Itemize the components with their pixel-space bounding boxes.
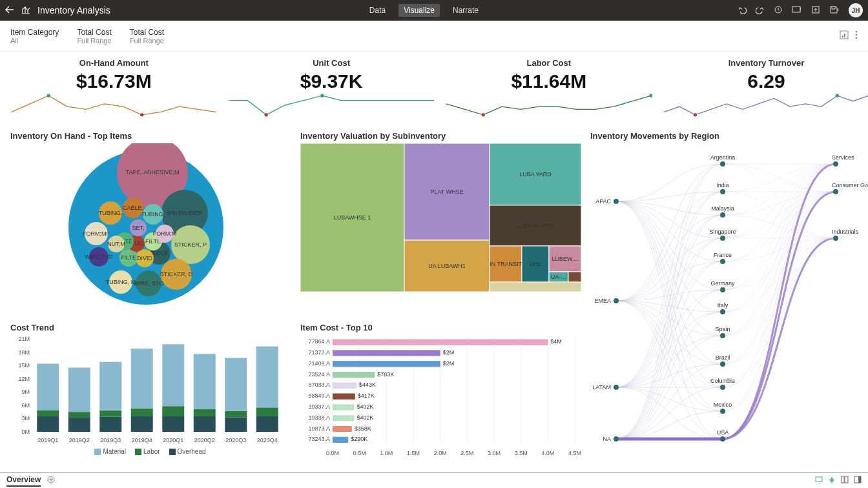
svg-rect-154 [256,346,278,407]
kpi-turnover[interactable]: Inventory Turnover 6.29 [663,58,868,126]
redo-icon[interactable] [756,5,765,16]
back-icon[interactable] [5,5,14,16]
spark-labor [445,94,652,117]
svg-text:19337.A: 19337.A [308,403,330,410]
svg-text:UA-…: UA-… [551,274,567,280]
svg-text:2020Q4: 2020Q4 [257,437,278,443]
chart-packed-bubble[interactable]: Inventory On Hand - Top Items TAPE, ADHE… [10,131,290,317]
add-canvas-icon[interactable] [47,476,55,485]
svg-text:DIVID: DIVID [137,255,153,261]
svg-rect-4 [842,36,843,37]
page-title: Inventory Analysis [37,5,110,15]
kpi-onhand[interactable]: On-Hand Amount $16.73M [10,58,218,126]
svg-point-112 [833,189,838,194]
svg-rect-144 [194,416,216,432]
filter-total-cost-2[interactable]: Total Cost Full Range [130,28,164,45]
svg-point-84 [614,436,619,442]
svg-point-7 [856,34,858,36]
svg-text:0M: 0M [21,429,30,435]
svg-text:FORM;M: FORM;M [153,230,177,237]
chart-network[interactable]: Inventory Movements by Region APACEMEALA… [590,131,868,470]
perf-icon[interactable] [828,476,836,485]
undo-icon[interactable] [738,5,747,16]
svg-text:Italy: Italy [718,302,728,309]
svg-text:WIRE, STO: WIRE, STO [134,280,164,287]
svg-point-13 [482,113,485,116]
svg-rect-201 [333,426,352,432]
svg-text:LUBEW…: LUBEW… [552,256,578,262]
mode-data[interactable]: Data [364,4,391,17]
canvas-footer: Overview [0,473,868,488]
svg-text:0.0M: 0.0M [326,450,339,456]
svg-text:$417K: $417K [358,392,375,399]
svg-text:9M: 9M [21,389,30,395]
svg-point-78 [614,199,619,204]
svg-text:3.5M: 3.5M [515,450,528,456]
svg-point-106 [720,409,725,414]
svg-rect-138 [131,349,153,409]
svg-text:77864.A: 77864.A [308,338,330,345]
mode-narrate[interactable]: Narrate [448,4,484,17]
svg-rect-145 [194,409,216,416]
svg-rect-125 [37,410,59,416]
svg-text:APAC: APAC [595,198,611,205]
view-icon[interactable] [792,5,802,16]
svg-rect-1 [792,6,800,12]
svg-rect-133 [99,411,121,417]
svg-rect-124 [37,416,59,432]
kpi-unitcost[interactable]: Unit Cost $9.37K [228,58,435,126]
auto-insights-icon[interactable] [840,30,849,41]
svg-rect-177 [333,339,548,345]
refresh-icon[interactable] [774,5,783,16]
user-avatar[interactable]: JH [849,3,863,17]
kpi-labor[interactable]: Labor Cost $11.64M [445,58,652,126]
svg-text:TUBING,: TUBING, [99,210,123,216]
save-icon[interactable] [829,5,840,16]
svg-rect-76 [568,272,581,282]
svg-text:2.0M: 2.0M [434,450,447,456]
export-icon[interactable] [811,5,820,16]
svg-text:4.0M: 4.0M [541,450,554,456]
svg-text:LUBAWHSE 1: LUBAWHSE 1 [334,214,371,221]
chart-cost-trend[interactable]: Cost Trend 0M3M6M9M12M15M18M21M2019Q1201… [10,323,290,470]
svg-text:USA: USA [717,429,729,436]
svg-text:TUBING,: TUBING, [141,211,165,218]
svg-text:15M: 15M [18,362,30,369]
filter-total-cost-1[interactable]: Total Cost Full Range [77,28,111,45]
svg-rect-136 [131,416,153,432]
svg-text:LUBA YARD: LUBA YARD [519,171,552,178]
present-icon[interactable] [815,476,823,485]
svg-rect-183 [333,361,440,367]
svg-point-98 [720,309,725,314]
mode-visualize[interactable]: Visualize [398,4,440,17]
panel-icon[interactable] [854,476,862,485]
canvas-tab[interactable]: Overview [6,475,41,487]
filter-item-category[interactable]: Item Category All [10,28,59,45]
svg-point-100 [720,333,725,338]
svg-rect-132 [99,416,121,431]
svg-text:$358K: $358K [355,425,371,431]
svg-text:France: France [714,252,732,258]
svg-text:2019Q2: 2019Q2 [69,437,90,443]
chart-item-cost[interactable]: Item Cost - Top 10 0.0M0.5M1.0M1.5M2.0M2… [300,323,580,470]
svg-rect-126 [37,363,59,410]
more-icon[interactable] [855,30,858,41]
svg-text:Mexico: Mexico [714,402,732,408]
svg-text:71409.A: 71409.A [308,360,330,366]
svg-text:India: India [716,182,729,188]
svg-text:Germany: Germany [710,280,735,287]
svg-rect-209 [845,476,848,483]
layout-icon[interactable] [841,476,849,485]
svg-rect-130 [68,367,90,412]
svg-rect-142 [162,344,184,406]
top-tools: JH [738,3,863,17]
svg-text:$2M: $2M [443,360,455,366]
svg-text:EMEA: EMEA [594,298,611,304]
top-bar: Inventory Analysis Data Visualize Narrat… [0,0,868,21]
svg-text:$783K: $783K [377,371,394,377]
svg-text:2.5M: 2.5M [460,450,473,456]
chart-treemap[interactable]: Inventory Valuation by Subinventory LUBA… [300,131,580,317]
svg-text:6M: 6M [21,402,30,409]
spark-onhand [10,94,218,117]
svg-text:2019Q3: 2019Q3 [100,437,121,443]
